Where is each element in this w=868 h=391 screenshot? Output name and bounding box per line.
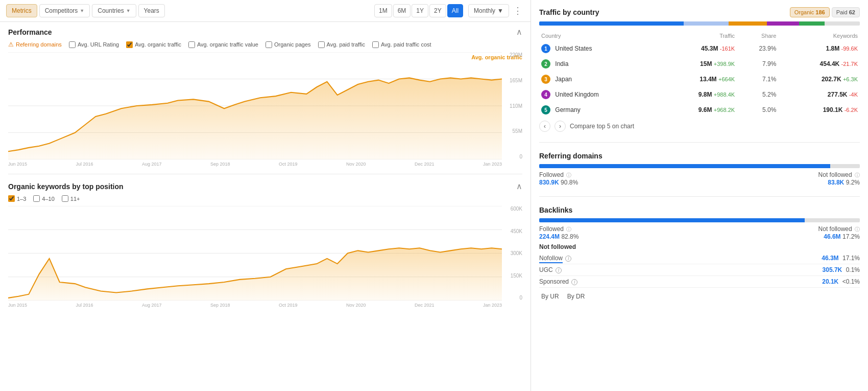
legend-paid-cost[interactable]: Avg. paid traffic cost <box>372 41 431 48</box>
performance-section: Performance ∧ ⚠ Referring domains Avg. U… <box>0 22 531 172</box>
legend-organic-pages[interactable]: Organic pages <box>266 41 311 48</box>
backlinks-section: Backlinks Followed ⓘ 224.4M 82.8% Not fo… <box>539 206 860 302</box>
divider-1 <box>8 174 522 174</box>
performance-collapse-button[interactable]: ∧ <box>516 27 522 37</box>
legend-paid-traffic[interactable]: Avg. paid traffic <box>318 41 365 48</box>
traffic-cell: 15M +398.9K <box>659 56 737 72</box>
referring-domains-header: Referring domains <box>539 152 860 160</box>
nf-sponsored-row: Sponsored i 20.1K <0.1% <box>539 276 860 288</box>
country-color-bar <box>539 21 860 26</box>
organic-keywords-y-labels: 600K 450K 300K 150K 0 <box>504 206 522 301</box>
country-name-cell: 5 Germany <box>539 102 659 118</box>
toolbar: Metrics Competitors ▼ Countries ▼ Years … <box>0 0 531 22</box>
keywords-cell: 1.8M -99.6K <box>778 41 860 56</box>
table-row: 1 United States 45.3M -161K 23.9% 1.8M -… <box>539 41 860 56</box>
table-row: 2 India 15M +398.9K 7.9% 454.4K -21.7K <box>539 56 860 72</box>
backlinks-not-followed-label: Not followed ⓘ 46.6M 17.2% <box>818 225 860 240</box>
legend-pos11[interactable]: 11+ <box>62 195 80 202</box>
ref-not-followed-label: Not followed ⓘ 83.8K 9.2% <box>818 171 860 186</box>
not-followed-section: Not followed Nofollow i 46.3M 17.1% UGC … <box>539 243 860 288</box>
bar-other <box>825 21 860 26</box>
checkbox-pos4-10[interactable] <box>33 195 40 202</box>
time-2y[interactable]: 2Y <box>429 4 446 17</box>
organic-keywords-title: Organic keywords by top position <box>8 182 124 191</box>
competitors-button[interactable]: Competitors ▼ <box>39 4 90 17</box>
organic-keywords-section: Organic keywords by top position ∧ 1–3 4… <box>0 176 531 391</box>
competitors-arrow-icon: ▼ <box>80 8 84 13</box>
next-arrow-button[interactable]: › <box>554 121 566 132</box>
by-dr-button[interactable]: By DR <box>565 292 587 302</box>
more-options-button[interactable]: ⋮ <box>511 5 524 16</box>
ref-followed-label: Followed ⓘ 830.9K 90.8% <box>539 171 578 186</box>
prev-arrow-button[interactable]: ‹ <box>539 121 550 132</box>
separator-2 <box>539 196 860 197</box>
bar-india <box>684 21 729 26</box>
compare-row: ‹ › Compare top 5 on chart <box>539 118 860 133</box>
ugc-info-icon: i <box>556 267 562 273</box>
time-1m[interactable]: 1M <box>374 4 392 17</box>
checkbox-pos11[interactable] <box>62 195 68 202</box>
traffic-by-country-title: Traffic by country <box>539 8 599 16</box>
nf-nofollow-label: Nofollow i <box>539 255 571 262</box>
legend-organic-traffic[interactable]: Avg. organic traffic <box>126 41 181 48</box>
monthly-button[interactable]: Monthly ▼ <box>468 4 509 17</box>
nofollow-info-icon: i <box>565 256 571 262</box>
legend-pos1-3[interactable]: 1–3 <box>8 195 26 202</box>
keywords-cell: 277.5K -4K <box>778 87 860 102</box>
countries-arrow-icon: ▼ <box>126 8 131 13</box>
performance-title: Performance <box>8 28 52 36</box>
checkbox-url-rating[interactable] <box>69 41 76 48</box>
by-ur-button[interactable]: By UR <box>539 292 561 302</box>
time-6m[interactable]: 6M <box>393 4 411 17</box>
traffic-cell: 9.8M +988.4K <box>659 87 737 102</box>
country-rank: 4 <box>541 90 550 99</box>
traffic-by-country-section: Traffic by country Organic 186 Paid 62 <box>539 7 860 133</box>
performance-x-labels: Jun 2015 Jul 2016 Aug 2017 Sep 2018 Oct … <box>8 162 502 167</box>
keywords-cell: 454.4K -21.7K <box>778 56 860 72</box>
right-panel: Traffic by country Organic 186 Paid 62 <box>531 0 868 391</box>
legend-referring[interactable]: ⚠ Referring domains <box>8 41 62 48</box>
years-button[interactable]: Years <box>138 4 165 17</box>
time-all[interactable]: All <box>447 4 463 17</box>
backlinks-not-followed-info-icon: ⓘ <box>855 226 860 232</box>
referring-domains-bar <box>539 164 860 168</box>
country-table: Country Traffic Share Keywords 1 United … <box>539 31 860 118</box>
checkbox-organic-traffic[interactable] <box>126 41 133 48</box>
share-cell: 5.2% <box>737 87 778 102</box>
bar-germany <box>799 21 825 26</box>
nf-ugc-label: UGC i <box>539 266 562 273</box>
legend-pos4-10[interactable]: 4–10 <box>33 195 54 202</box>
keywords-cell: 202.7K +6.3K <box>778 72 860 87</box>
separator-1 <box>539 142 860 143</box>
checkbox-organic-value[interactable] <box>188 41 195 48</box>
checkbox-pos1-3[interactable] <box>8 195 15 202</box>
bar-us <box>539 21 684 26</box>
followed-info-icon: ⓘ <box>566 172 571 178</box>
share-cell: 7.9% <box>737 56 778 72</box>
back-bar-not-followed <box>805 218 860 222</box>
checkbox-paid-traffic[interactable] <box>318 41 325 48</box>
nf-nofollow-values: 46.3M 17.1% <box>822 255 860 262</box>
organic-keywords-header: Organic keywords by top position ∧ <box>8 181 522 191</box>
traffic-by-country-header: Traffic by country Organic 186 Paid 62 <box>539 7 860 17</box>
time-group: 1M 6M 1Y 2Y All <box>374 4 463 17</box>
checkbox-paid-cost[interactable] <box>372 41 379 48</box>
table-row: 3 Japan 13.4M +664K 7.1% 202.7K +6.3K <box>539 72 860 87</box>
organic-keywords-collapse-button[interactable]: ∧ <box>516 181 522 191</box>
performance-header: Performance ∧ <box>8 27 522 37</box>
metrics-button[interactable]: Metrics <box>6 4 37 17</box>
performance-y-labels: 220M 165M 110M 55M 0 <box>504 52 522 159</box>
country-name-cell: 2 India <box>539 56 659 72</box>
not-followed-info-icon: ⓘ <box>855 172 860 178</box>
countries-button[interactable]: Countries ▼ <box>92 4 136 17</box>
time-1y[interactable]: 1Y <box>412 4 428 17</box>
traffic-cell: 45.3M -161K <box>659 41 737 56</box>
organic-keywords-chart-svg <box>8 206 502 301</box>
ref-followed-row: Followed ⓘ 830.9K 90.8% Not followed ⓘ 8… <box>539 171 860 186</box>
legend-url-rating[interactable]: Avg. URL Rating <box>69 41 119 48</box>
checkbox-organic-pages[interactable] <box>266 41 272 48</box>
table-row: 4 United Kingdom 9.8M +988.4K 5.2% 277.5… <box>539 87 860 102</box>
backlinks-followed-label: Followed ⓘ 224.4M 82.8% <box>539 225 578 240</box>
legend-organic-value[interactable]: Avg. organic traffic value <box>188 41 258 48</box>
backlinks-bar <box>539 218 860 222</box>
